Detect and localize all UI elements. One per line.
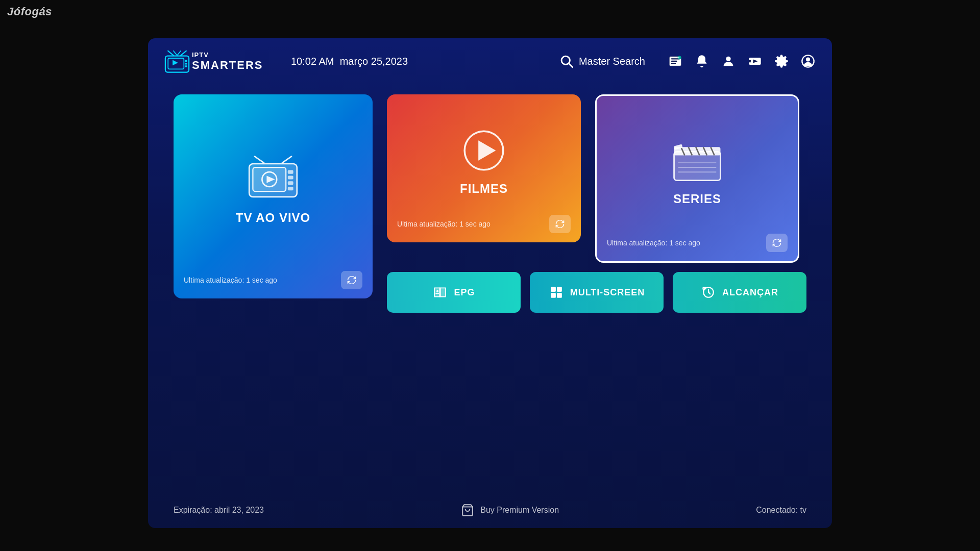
series-title: SERIES — [673, 192, 721, 206]
svg-rect-53 — [551, 287, 556, 292]
epg-button[interactable]: EPG — [387, 272, 521, 313]
series-inner: SERIES — [672, 110, 723, 234]
svg-line-11 — [569, 64, 573, 67]
alcancar-label: ALCANÇAR — [722, 287, 778, 298]
multiscreen-label: MULTI-SCREEN — [570, 287, 645, 298]
svg-line-0 — [168, 51, 174, 56]
buy-premium-text: Buy Premium Version — [480, 506, 559, 515]
svg-rect-32 — [288, 170, 293, 174]
svg-rect-9 — [185, 65, 187, 67]
record-button[interactable] — [746, 53, 764, 70]
multiscreen-button-icon — [549, 285, 564, 300]
card-row: TV AO VIVO Ultima atualização: 1 sec ago — [174, 94, 806, 313]
footer: Expiração: abril 23, 2023 Buy Premium Ve… — [148, 504, 832, 517]
svg-rect-23 — [749, 60, 751, 63]
series-icon — [672, 138, 723, 184]
svg-rect-15 — [671, 61, 677, 62]
header: IPTV SMARTERS 10:02 AM março 25,2023 Mas… — [148, 38, 832, 84]
filmes-series-row: FILMES Ultima atualização: 1 sec ago — [387, 94, 806, 263]
refresh-icon — [347, 275, 357, 285]
tv-ao-vivo-refresh-button[interactable] — [341, 271, 362, 289]
svg-line-1 — [181, 51, 186, 56]
logo-smarters-text: SMARTERS — [192, 59, 263, 72]
settings-icon — [774, 54, 789, 68]
user-icon — [721, 54, 736, 68]
multiscreen-button[interactable]: MULTI-SCREEN — [530, 272, 664, 313]
refresh-icon — [772, 238, 782, 248]
profile-button[interactable] — [799, 53, 817, 70]
notification-button[interactable] — [693, 53, 710, 70]
series-card[interactable]: SERIES Ultima atualização: 1 sec ago — [595, 94, 799, 263]
epg-guide-icon — [668, 54, 682, 68]
tv-ao-vivo-icon — [245, 155, 301, 201]
svg-marker-37 — [478, 140, 496, 161]
search-button[interactable]: Master Search — [559, 54, 645, 68]
filmes-bottom: Ultima atualização: 1 sec ago — [397, 215, 571, 233]
expiration-text: Expiração: abril 23, 2023 — [174, 506, 264, 515]
series-bottom: Ultima atualização: 1 sec ago — [607, 234, 788, 252]
refresh-icon — [555, 219, 565, 229]
filmes-refresh-button[interactable] — [549, 215, 571, 233]
tv-ao-vivo-inner: TV AO VIVO — [236, 109, 310, 271]
svg-line-27 — [282, 157, 291, 163]
profile-icon — [801, 54, 815, 68]
bell-icon — [695, 54, 709, 68]
svg-marker-6 — [173, 60, 178, 66]
svg-rect-8 — [185, 63, 187, 65]
svg-point-20 — [726, 57, 730, 61]
svg-rect-38 — [674, 152, 721, 180]
svg-rect-34 — [288, 181, 293, 185]
svg-rect-56 — [557, 293, 562, 298]
tv-screen: IPTV SMARTERS 10:02 AM março 25,2023 Mas… — [148, 38, 832, 528]
logo-iptv-text: IPTV — [192, 51, 263, 59]
settings-button[interactable] — [773, 53, 790, 70]
epg-label: EPG — [454, 287, 475, 298]
svg-line-26 — [255, 157, 264, 163]
epg-button-icon — [432, 285, 448, 300]
tv-ao-vivo-card[interactable]: TV AO VIVO Ultima atualização: 1 sec ago — [174, 94, 373, 298]
series-update: Ultima atualização: 1 sec ago — [607, 239, 700, 247]
svg-rect-35 — [288, 187, 293, 190]
buy-premium-area[interactable]: Buy Premium Version — [461, 504, 559, 517]
search-label: Master Search — [579, 56, 645, 67]
cart-icon — [461, 504, 474, 517]
alcancar-button-icon — [701, 285, 716, 300]
logo-text: IPTV SMARTERS — [192, 51, 263, 72]
svg-line-2 — [174, 51, 177, 56]
tv-ao-vivo-title: TV AO VIVO — [236, 211, 310, 225]
filmes-title: FILMES — [460, 182, 508, 196]
book-open-icon — [433, 286, 447, 299]
svg-line-3 — [177, 51, 181, 56]
bottom-buttons: EPG MULTI-SCREEN — [387, 272, 806, 313]
svg-rect-55 — [551, 293, 556, 298]
svg-rect-33 — [288, 176, 293, 179]
logo-area: IPTV SMARTERS — [163, 50, 276, 72]
svg-rect-54 — [557, 287, 562, 292]
search-icon — [559, 54, 574, 68]
tv-ao-vivo-update: Ultima atualização: 1 sec ago — [184, 276, 277, 284]
svg-point-51 — [436, 290, 438, 292]
multiscreen-icon — [550, 286, 563, 299]
svg-rect-7 — [185, 60, 187, 62]
svg-point-25 — [806, 57, 810, 61]
filmes-card[interactable]: FILMES Ultima atualização: 1 sec ago — [387, 94, 581, 242]
header-datetime: 10:02 AM março 25,2023 — [291, 56, 408, 67]
tv-ao-vivo-bottom: Ultima atualização: 1 sec ago — [184, 271, 362, 289]
clock-history-icon — [702, 286, 715, 299]
epg-guide-button[interactable] — [667, 53, 684, 70]
user-button[interactable] — [720, 53, 737, 70]
header-icons — [667, 53, 817, 70]
alcancar-button[interactable]: ALCANÇAR — [673, 272, 806, 313]
connected-text: Conectado: tv — [756, 506, 806, 515]
watermark: Jófogás — [7, 5, 52, 18]
iptv-logo-icon — [163, 50, 189, 72]
main-content: TV AO VIVO Ultima atualização: 1 sec ago — [148, 84, 832, 323]
filmes-icon — [461, 128, 507, 173]
filmes-inner: FILMES — [460, 109, 508, 215]
right-section: FILMES Ultima atualização: 1 sec ago — [387, 94, 806, 313]
filmes-update: Ultima atualização: 1 sec ago — [397, 220, 491, 228]
series-refresh-button[interactable] — [766, 234, 788, 252]
record-icon — [748, 54, 762, 68]
svg-rect-16 — [671, 63, 676, 64]
